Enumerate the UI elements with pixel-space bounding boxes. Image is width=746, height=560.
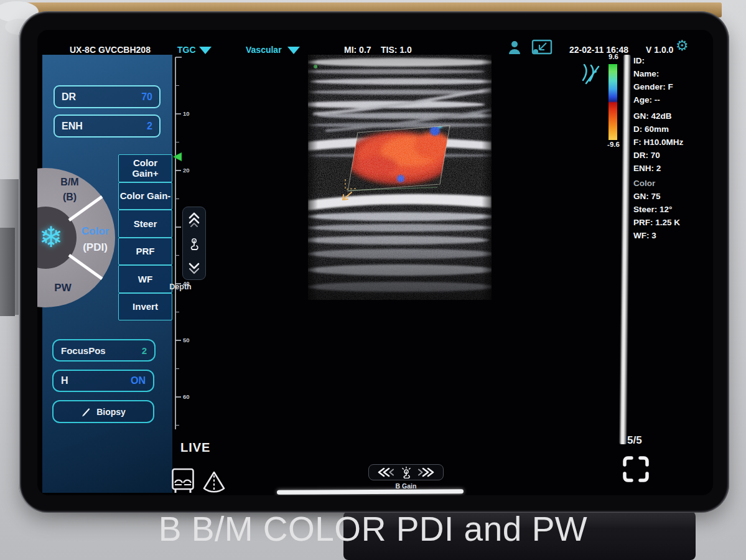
ruler-tick-50: 50 bbox=[183, 337, 190, 343]
mode-pw-label[interactable]: PW bbox=[54, 282, 71, 294]
screen-reflection bbox=[619, 55, 632, 444]
depth-label: Depth bbox=[161, 282, 200, 291]
preset-dropdown-chevron-icon[interactable] bbox=[287, 47, 300, 54]
biopsy-label: Biopsy bbox=[96, 407, 126, 417]
focuspos-label: FocusPos bbox=[61, 345, 106, 356]
color-gain-minus-button[interactable]: Color Gain- bbox=[118, 182, 172, 210]
param-gn: GN: 42dB bbox=[633, 110, 713, 123]
dr-button[interactable]: DR 70 bbox=[54, 85, 161, 108]
color-gain-plus-button[interactable]: Color Gain+ bbox=[118, 154, 172, 182]
param-frequency: F: H10.0MHz bbox=[633, 136, 713, 149]
param-enh: ENH: 2 bbox=[633, 162, 713, 175]
mode-bm-sublabel[interactable]: (B) bbox=[63, 192, 77, 203]
patient-age: Age: -- bbox=[633, 93, 713, 106]
depth-up-chevrons-icon[interactable] bbox=[187, 212, 201, 228]
freeze-snowflake-icon[interactable]: ❄ bbox=[37, 218, 70, 256]
focus-marker-icon[interactable] bbox=[173, 152, 182, 161]
touch-gain-icon bbox=[401, 466, 412, 478]
param-depth: D: 60mm bbox=[633, 123, 713, 136]
depth-down-chevrons-icon[interactable] bbox=[187, 259, 201, 275]
color-steer: Steer: 12° bbox=[633, 203, 713, 216]
enh-button[interactable]: ENH 2 bbox=[54, 114, 161, 138]
doppler-colorbar bbox=[608, 64, 617, 140]
patient-info-panel: ID: Name: Gender: F Age: -- GN: 42dB D: … bbox=[633, 54, 713, 242]
user-icon[interactable] bbox=[508, 40, 521, 55]
live-status: LIVE bbox=[180, 441, 210, 455]
enh-value: 2 bbox=[147, 121, 152, 132]
patient-gender: Gender: F bbox=[633, 80, 713, 93]
bgain-control[interactable] bbox=[368, 464, 444, 480]
tablet-stand-clamp-shadow bbox=[0, 228, 15, 316]
dr-value: 70 bbox=[141, 91, 152, 103]
h-value: ON bbox=[131, 375, 146, 386]
ultrasound-app-screen: UX-8C GVCCBH208 TGC Vascular MI: 0.7 TIS… bbox=[37, 30, 713, 495]
page-indicator: 5/5 bbox=[627, 434, 642, 447]
biopsy-button[interactable]: Biopsy bbox=[52, 400, 154, 423]
prf-button[interactable]: PRF bbox=[118, 238, 172, 266]
mi-value: MI: 0.7 bbox=[344, 44, 371, 56]
home-indicator[interactable] bbox=[277, 489, 464, 495]
param-dr: DR: 70 bbox=[633, 149, 713, 162]
ruler-tick-10: 10 bbox=[183, 110, 190, 117]
ruler-tick-60: 60 bbox=[183, 393, 190, 400]
focuspos-value: 2 bbox=[142, 345, 147, 356]
device-name: UX-8C GVCCBH208 bbox=[70, 44, 151, 56]
focuspos-button[interactable]: FocusPos 2 bbox=[52, 339, 156, 362]
depth-touch-icon[interactable] bbox=[188, 236, 200, 251]
color-gn: GN: 75 bbox=[633, 190, 713, 203]
tgc-dropdown-chevron-icon[interactable] bbox=[199, 47, 212, 54]
probe-icon[interactable] bbox=[171, 467, 195, 494]
mode-bm-label[interactable]: B/M bbox=[60, 177, 78, 188]
color-prf: PRF: 1.25 K bbox=[633, 216, 713, 229]
tablet: UX-8C GVCCBH208 TGC Vascular MI: 0.7 TIS… bbox=[19, 11, 729, 513]
patient-name: Name: bbox=[633, 67, 713, 80]
video-caption: B B/M COLOR PDI and PW bbox=[0, 509, 746, 549]
invert-button[interactable]: Invert bbox=[118, 293, 172, 321]
tis-value: TIS: 1.0 bbox=[381, 44, 412, 56]
depth-control-panel bbox=[182, 207, 206, 280]
vascular-mode-icon bbox=[580, 63, 602, 85]
tgc-dropdown-label[interactable]: TGC bbox=[177, 44, 196, 56]
pencil-icon bbox=[81, 407, 91, 417]
color-section-label: Color bbox=[633, 177, 713, 190]
export-image-icon[interactable] bbox=[530, 39, 554, 56]
color-wf: WF: 3 bbox=[633, 229, 713, 242]
enh-label: ENH bbox=[62, 121, 83, 132]
steer-button[interactable]: Steer bbox=[118, 210, 172, 238]
ultrasound-image[interactable] bbox=[308, 55, 492, 300]
bgain-label: B Gain bbox=[368, 482, 444, 490]
h-label: H bbox=[61, 375, 68, 386]
ruler-tick-20: 20 bbox=[183, 167, 190, 174]
colorbar-max-label: 9.6 bbox=[601, 53, 626, 60]
fullscreen-icon[interactable] bbox=[621, 454, 651, 484]
h-toggle-button[interactable]: H ON bbox=[52, 370, 154, 392]
patient-id: ID: bbox=[633, 54, 713, 67]
preset-dropdown-label[interactable]: Vascular bbox=[246, 44, 282, 56]
dr-label: DR bbox=[62, 91, 76, 103]
orientation-sector-icon[interactable] bbox=[200, 470, 228, 494]
decrease-chevrons-icon[interactable] bbox=[374, 467, 395, 477]
mode-color-label[interactable]: Color bbox=[82, 225, 109, 238]
mode-color-sublabel[interactable]: (PDI) bbox=[83, 241, 108, 254]
increase-chevrons-icon[interactable] bbox=[417, 467, 438, 477]
settings-gear-icon[interactable]: ⚙ bbox=[676, 37, 689, 54]
